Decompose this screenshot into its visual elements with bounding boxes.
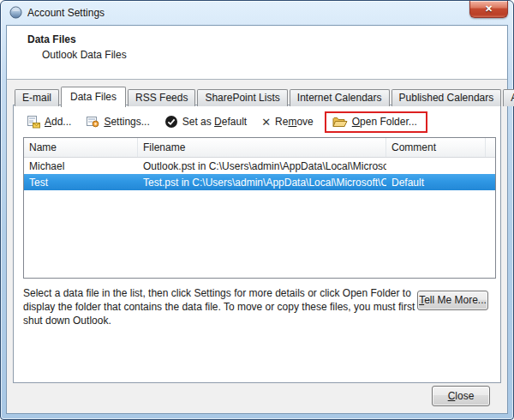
table-row-test-selected[interactable]: Test Test.pst in C:\Users\admin\AppData\… — [24, 174, 495, 190]
window-title: Account Settings — [27, 7, 105, 19]
cell-filename: Outlook.pst in C:\Users\admin\AppData\Lo… — [138, 160, 386, 172]
checkmark-circle-icon — [164, 115, 178, 129]
tab-internet-calendars[interactable]: Internet Calendars — [290, 89, 390, 106]
remove-x-icon: ✕ — [261, 117, 271, 128]
settings-button[interactable]: Settings... — [82, 113, 152, 130]
open-folder-button[interactable]: Open Folder... — [329, 114, 421, 130]
tab-address-books[interactable]: Address Books — [503, 89, 514, 106]
toolbar: Add... Settings... — [23, 111, 427, 133]
tell-me-more-button[interactable]: Tell Me More... — [417, 291, 488, 310]
remove-button-label: Remove — [275, 116, 314, 128]
add-contact-icon — [27, 115, 40, 129]
tab-sharepoint-lists[interactable]: SharePoint Lists — [197, 89, 287, 106]
tab-rss-feeds[interactable]: RSS Feeds — [128, 89, 195, 106]
page-title: Data Files — [27, 33, 76, 45]
set-as-default-button[interactable]: Set as Default — [161, 113, 250, 130]
tab-strip: E-mail Data Files RSS Feeds SharePoint L… — [15, 87, 514, 106]
table-row-michael[interactable]: Michael Outlook.pst in C:\Users\admin\Ap… — [24, 158, 495, 174]
help-text: Select a data file in the list, then cli… — [23, 286, 419, 327]
open-folder-icon — [332, 116, 348, 129]
red-highlight-box: Open Folder... — [325, 111, 427, 133]
header-panel: Data Files Outlook Data Files — [7, 26, 507, 80]
close-icon: ✕ — [485, 3, 493, 14]
title-bar[interactable]: Account Settings ✕ — [1, 1, 513, 25]
tab-published-calendars[interactable]: Published Calendars — [391, 89, 502, 106]
cell-name: Michael — [24, 160, 138, 172]
settings-button-label: Settings... — [104, 116, 149, 128]
add-button-label: Add... — [45, 116, 71, 128]
close-button[interactable]: Close — [432, 386, 490, 406]
data-files-table: Name Filename Comment Michael Outlook.ps… — [23, 137, 496, 279]
dialog-body: Data Files Outlook Data Files E-mail Dat… — [6, 25, 508, 414]
close-window-button[interactable]: ✕ — [469, 1, 508, 18]
tab-email[interactable]: E-mail — [15, 89, 59, 106]
account-settings-dialog: Account Settings ✕ Data Files Outlook Da… — [0, 0, 514, 420]
cell-filename: Test.pst in C:\Users\admin\AppData\Local… — [138, 177, 386, 189]
settings-icon — [86, 115, 99, 129]
column-header-name[interactable]: Name — [24, 138, 138, 157]
set-as-default-label: Set as Default — [182, 116, 247, 128]
column-header-filename[interactable]: Filename — [138, 138, 386, 157]
tab-data-files[interactable]: Data Files — [61, 87, 126, 107]
open-folder-label: Open Folder... — [352, 116, 417, 128]
column-header-filler — [486, 138, 495, 157]
table-header: Name Filename Comment — [24, 138, 495, 158]
cell-name: Test — [24, 177, 138, 189]
app-icon — [9, 6, 22, 19]
page-subtitle: Outlook Data Files — [42, 49, 127, 61]
cell-comment: Default — [386, 177, 486, 189]
data-files-tab-panel: Add... Settings... — [13, 105, 501, 383]
remove-button[interactable]: ✕ Remove — [258, 114, 317, 129]
add-button[interactable]: Add... — [23, 113, 75, 130]
column-header-comment[interactable]: Comment — [386, 138, 486, 157]
